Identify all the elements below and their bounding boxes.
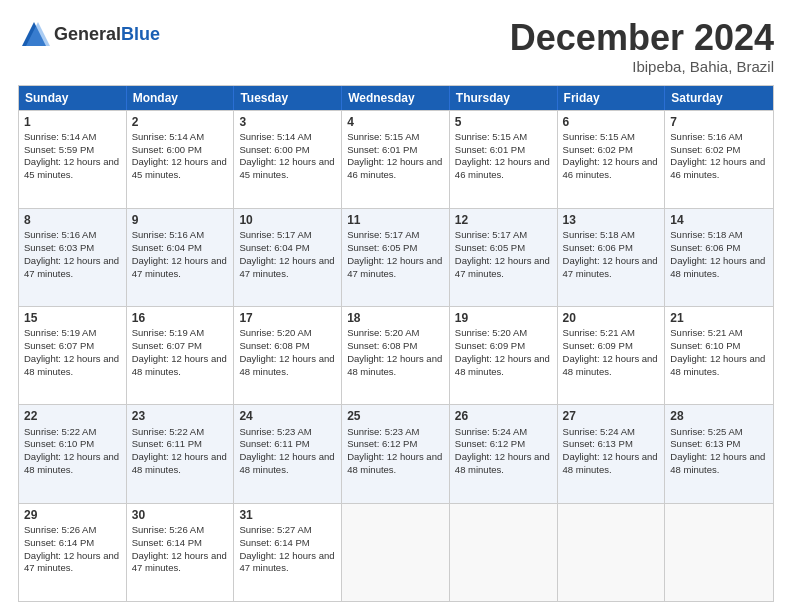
day-3: 3 Sunrise: 5:14 AM Sunset: 6:00 PM Dayli… — [234, 111, 342, 208]
day-16: 16 Sunrise: 5:19 AM Sunset: 6:07 PM Dayl… — [127, 307, 235, 404]
day-8: 8 Sunrise: 5:16 AM Sunset: 6:03 PM Dayli… — [19, 209, 127, 306]
day-19: 19 Sunrise: 5:20 AM Sunset: 6:09 PM Dayl… — [450, 307, 558, 404]
day-30: 30 Sunrise: 5:26 AM Sunset: 6:14 PM Dayl… — [127, 504, 235, 601]
day-29: 29 Sunrise: 5:26 AM Sunset: 6:14 PM Dayl… — [19, 504, 127, 601]
day-4: 4 Sunrise: 5:15 AM Sunset: 6:01 PM Dayli… — [342, 111, 450, 208]
day-14: 14 Sunrise: 5:18 AM Sunset: 6:06 PM Dayl… — [665, 209, 773, 306]
day-12: 12 Sunrise: 5:17 AM Sunset: 6:05 PM Dayl… — [450, 209, 558, 306]
logo-icon — [18, 18, 50, 50]
day-empty-4 — [665, 504, 773, 601]
title-block: December 2024 Ibipeba, Bahia, Brazil — [510, 18, 774, 75]
day-27: 27 Sunrise: 5:24 AM Sunset: 6:13 PM Dayl… — [558, 405, 666, 502]
day-empty-3 — [558, 504, 666, 601]
header-saturday: Saturday — [665, 86, 773, 110]
month-title: December 2024 — [510, 18, 774, 58]
day-24: 24 Sunrise: 5:23 AM Sunset: 6:11 PM Dayl… — [234, 405, 342, 502]
day-empty-1 — [342, 504, 450, 601]
header-tuesday: Tuesday — [234, 86, 342, 110]
calendar-header: Sunday Monday Tuesday Wednesday Thursday… — [19, 86, 773, 110]
day-9: 9 Sunrise: 5:16 AM Sunset: 6:04 PM Dayli… — [127, 209, 235, 306]
header-monday: Monday — [127, 86, 235, 110]
header: GeneralBlue December 2024 Ibipeba, Bahia… — [18, 18, 774, 75]
week-row-4: 22 Sunrise: 5:22 AM Sunset: 6:10 PM Dayl… — [19, 404, 773, 502]
day-31: 31 Sunrise: 5:27 AM Sunset: 6:14 PM Dayl… — [234, 504, 342, 601]
week-row-1: 1 Sunrise: 5:14 AM Sunset: 5:59 PM Dayli… — [19, 110, 773, 208]
day-20: 20 Sunrise: 5:21 AM Sunset: 6:09 PM Dayl… — [558, 307, 666, 404]
page: GeneralBlue December 2024 Ibipeba, Bahia… — [0, 0, 792, 612]
header-sunday: Sunday — [19, 86, 127, 110]
day-6: 6 Sunrise: 5:15 AM Sunset: 6:02 PM Dayli… — [558, 111, 666, 208]
calendar: Sunday Monday Tuesday Wednesday Thursday… — [18, 85, 774, 602]
logo-general: General — [54, 24, 121, 44]
day-18: 18 Sunrise: 5:20 AM Sunset: 6:08 PM Dayl… — [342, 307, 450, 404]
day-5: 5 Sunrise: 5:15 AM Sunset: 6:01 PM Dayli… — [450, 111, 558, 208]
day-empty-2 — [450, 504, 558, 601]
day-23: 23 Sunrise: 5:22 AM Sunset: 6:11 PM Dayl… — [127, 405, 235, 502]
day-11: 11 Sunrise: 5:17 AM Sunset: 6:05 PM Dayl… — [342, 209, 450, 306]
day-1: 1 Sunrise: 5:14 AM Sunset: 5:59 PM Dayli… — [19, 111, 127, 208]
calendar-body: 1 Sunrise: 5:14 AM Sunset: 5:59 PM Dayli… — [19, 110, 773, 601]
day-13: 13 Sunrise: 5:18 AM Sunset: 6:06 PM Dayl… — [558, 209, 666, 306]
day-2: 2 Sunrise: 5:14 AM Sunset: 6:00 PM Dayli… — [127, 111, 235, 208]
day-17: 17 Sunrise: 5:20 AM Sunset: 6:08 PM Dayl… — [234, 307, 342, 404]
day-22: 22 Sunrise: 5:22 AM Sunset: 6:10 PM Dayl… — [19, 405, 127, 502]
logo-blue: Blue — [121, 24, 160, 44]
day-28: 28 Sunrise: 5:25 AM Sunset: 6:13 PM Dayl… — [665, 405, 773, 502]
day-25: 25 Sunrise: 5:23 AM Sunset: 6:12 PM Dayl… — [342, 405, 450, 502]
day-21: 21 Sunrise: 5:21 AM Sunset: 6:10 PM Dayl… — [665, 307, 773, 404]
location: Ibipeba, Bahia, Brazil — [510, 58, 774, 75]
week-row-3: 15 Sunrise: 5:19 AM Sunset: 6:07 PM Dayl… — [19, 306, 773, 404]
day-7: 7 Sunrise: 5:16 AM Sunset: 6:02 PM Dayli… — [665, 111, 773, 208]
day-10: 10 Sunrise: 5:17 AM Sunset: 6:04 PM Dayl… — [234, 209, 342, 306]
header-wednesday: Wednesday — [342, 86, 450, 110]
header-thursday: Thursday — [450, 86, 558, 110]
logo: GeneralBlue — [18, 18, 160, 50]
week-row-2: 8 Sunrise: 5:16 AM Sunset: 6:03 PM Dayli… — [19, 208, 773, 306]
week-row-5: 29 Sunrise: 5:26 AM Sunset: 6:14 PM Dayl… — [19, 503, 773, 601]
header-friday: Friday — [558, 86, 666, 110]
day-15: 15 Sunrise: 5:19 AM Sunset: 6:07 PM Dayl… — [19, 307, 127, 404]
day-26: 26 Sunrise: 5:24 AM Sunset: 6:12 PM Dayl… — [450, 405, 558, 502]
